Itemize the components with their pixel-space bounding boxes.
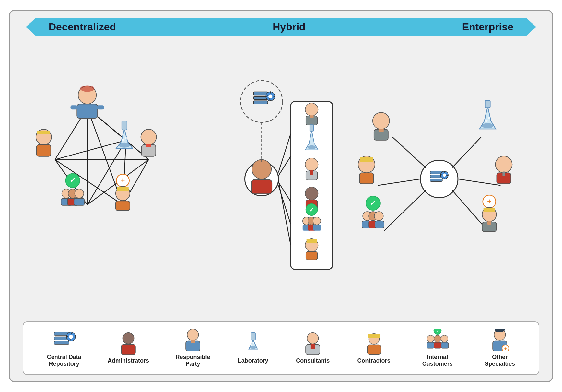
internal-customers-icon: ✓ <box>426 329 449 351</box>
svg-point-41 <box>252 160 271 179</box>
svg-point-32 <box>75 189 84 198</box>
legend-item-other-specialties: + OtherSpecialties <box>485 329 515 368</box>
legend-item-internal-customers: ✓ Internal Customers <box>418 329 457 368</box>
svg-rect-46 <box>253 101 268 104</box>
svg-rect-39 <box>116 201 130 211</box>
svg-point-136 <box>434 335 441 342</box>
svg-point-94 <box>485 120 488 122</box>
svg-point-95 <box>488 117 490 119</box>
svg-rect-42 <box>251 179 272 194</box>
svg-rect-18 <box>97 105 104 109</box>
decentralized-label: Decentralized <box>49 21 116 33</box>
svg-rect-143 <box>496 329 504 332</box>
svg-text:+: + <box>504 346 507 351</box>
arrow-labels: Decentralized Hybrid Enterprise <box>10 21 552 33</box>
administrators-icon <box>117 332 140 355</box>
svg-point-57 <box>305 103 318 116</box>
svg-rect-44 <box>253 92 268 95</box>
legend-label-contractors: Contractors <box>357 357 391 364</box>
legend-label-administrators: Administrators <box>108 357 149 364</box>
svg-rect-92 <box>485 100 490 108</box>
svg-point-61 <box>308 145 316 149</box>
svg-rect-74 <box>313 225 321 231</box>
svg-point-89 <box>373 112 390 129</box>
svg-rect-24 <box>37 145 51 156</box>
svg-point-118 <box>69 335 73 339</box>
svg-point-25 <box>141 129 157 145</box>
svg-text:✓: ✓ <box>436 329 439 333</box>
svg-text:+: + <box>487 197 491 205</box>
legend-item-contractors: Contractors <box>357 332 391 364</box>
contractors-icon <box>363 332 385 355</box>
svg-point-126 <box>250 343 252 346</box>
svg-rect-97 <box>359 173 374 184</box>
diagram-svg: ✓ + <box>23 43 539 315</box>
legend-label-laboratory: Laboratory <box>238 357 268 364</box>
legend-label-central-data: Central DataRepository <box>47 354 81 368</box>
svg-rect-124 <box>251 332 255 340</box>
hybrid-label: Hybrid <box>273 21 305 33</box>
svg-text:✓: ✓ <box>70 176 76 184</box>
legend-item-central-data: Central DataRepository <box>47 329 81 368</box>
svg-line-86 <box>458 179 501 185</box>
svg-point-121 <box>187 329 198 340</box>
svg-point-105 <box>374 212 383 221</box>
svg-point-98 <box>496 156 512 173</box>
svg-point-65 <box>305 187 318 200</box>
svg-point-125 <box>250 346 256 349</box>
svg-rect-91 <box>379 129 384 132</box>
svg-line-85 <box>378 179 421 185</box>
svg-rect-132 <box>367 345 381 354</box>
svg-point-20 <box>119 143 130 148</box>
svg-rect-78 <box>430 171 442 174</box>
svg-rect-60 <box>310 125 314 131</box>
central-data-icon <box>53 329 76 351</box>
svg-point-119 <box>123 332 134 344</box>
legend-label-responsible-party: ResponsibleParty <box>175 354 210 368</box>
svg-line-84 <box>452 137 481 168</box>
svg-rect-116 <box>54 341 69 344</box>
svg-rect-138 <box>427 342 434 348</box>
svg-point-128 <box>307 332 319 344</box>
main-container: Decentralized Hybrid Enterprise <box>9 10 553 382</box>
svg-rect-59 <box>310 115 314 118</box>
legend-label-other-specialties: OtherSpecialties <box>485 354 515 368</box>
svg-rect-139 <box>434 342 441 348</box>
svg-point-15 <box>80 85 94 92</box>
svg-rect-140 <box>441 342 448 348</box>
svg-line-87 <box>384 190 426 231</box>
svg-point-71 <box>313 217 321 225</box>
legend-item-laboratory: Laboratory <box>238 332 268 364</box>
other-specialties-icon: + <box>488 329 511 351</box>
svg-rect-27 <box>146 144 151 147</box>
svg-text:+: + <box>121 176 125 184</box>
diagram-area: ✓ + <box>10 40 552 318</box>
svg-rect-35 <box>74 198 84 205</box>
svg-point-127 <box>252 342 254 343</box>
svg-rect-100 <box>502 171 505 176</box>
legend-item-administrators: Administrators <box>109 332 148 364</box>
svg-point-135 <box>427 335 434 342</box>
arrow-banner: Decentralized Hybrid Enterprise <box>10 14 552 40</box>
svg-point-21 <box>122 139 124 142</box>
svg-rect-80 <box>430 179 442 181</box>
svg-text:✓: ✓ <box>309 207 314 213</box>
svg-point-82 <box>443 173 446 177</box>
svg-line-83 <box>392 137 426 168</box>
laboratory-icon <box>242 332 264 355</box>
svg-rect-120 <box>121 344 135 355</box>
legend-item-responsible-party: ResponsibleParty <box>175 329 210 368</box>
svg-rect-19 <box>122 121 127 130</box>
legend-label-internal-customers: Internal Customers <box>418 354 457 368</box>
svg-point-48 <box>268 94 272 98</box>
svg-rect-17 <box>70 105 77 109</box>
enterprise-label: Enterprise <box>462 21 513 33</box>
svg-rect-108 <box>375 221 384 228</box>
svg-text:✓: ✓ <box>370 200 376 207</box>
svg-rect-123 <box>191 340 195 343</box>
svg-rect-16 <box>77 104 98 118</box>
svg-point-62 <box>305 158 318 171</box>
legend-box: Central DataRepository Administrators Re… <box>23 321 539 375</box>
svg-point-137 <box>441 335 448 342</box>
svg-rect-130 <box>311 344 315 349</box>
